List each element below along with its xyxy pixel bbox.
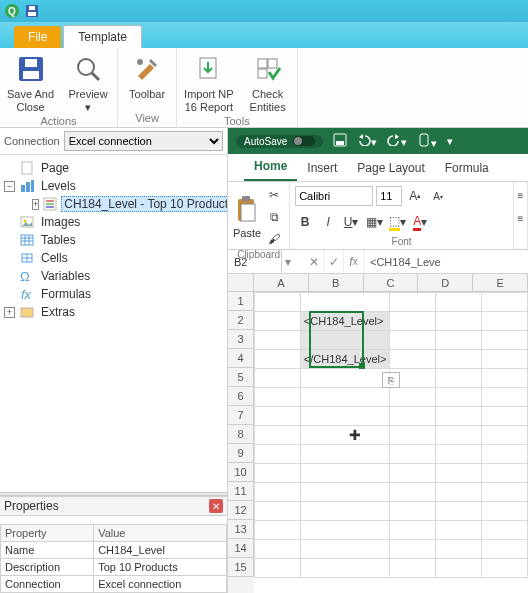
expand-icon[interactable]: +	[4, 307, 15, 318]
row-header[interactable]: 11	[228, 482, 254, 501]
excel-tab-pagelayout[interactable]: Page Layout	[347, 156, 434, 181]
cell-b4[interactable]: </CH184_Level>	[300, 350, 390, 369]
svg-text:Q: Q	[8, 6, 16, 17]
properties-close-button[interactable]: ✕	[209, 499, 223, 513]
col-header-b[interactable]: B	[309, 274, 364, 292]
row-header[interactable]: 3	[228, 330, 254, 349]
tree-images[interactable]: Images	[4, 213, 225, 231]
prop-row-desc-val[interactable]: Top 10 Products	[94, 559, 227, 576]
italic-button[interactable]: I	[318, 212, 338, 232]
fill-color-button[interactable]: ⬚▾	[387, 212, 407, 232]
paste-options-smarttag[interactable]: ⎘	[382, 372, 400, 388]
col-header-c[interactable]: C	[364, 274, 419, 292]
bold-button[interactable]: B	[295, 212, 315, 232]
svg-rect-15	[22, 162, 32, 174]
row-header[interactable]: 8	[228, 425, 254, 444]
border-button[interactable]: ▦▾	[364, 212, 384, 232]
tree-tables[interactable]: Tables	[4, 231, 225, 249]
import-np-button[interactable]: Import NP 16 Report	[181, 51, 237, 115]
col-header-d[interactable]: D	[418, 274, 473, 292]
row-header[interactable]: 7	[228, 406, 254, 425]
paste-button[interactable]: Paste	[233, 195, 261, 239]
excel-save-icon[interactable]	[333, 133, 347, 149]
row-header[interactable]: 13	[228, 520, 254, 539]
worksheet-grid[interactable]: A B C D E 1 2 3 4 5 6 7 8 9 10 11 12 13 …	[228, 274, 528, 593]
tree-cells[interactable]: Cells	[4, 249, 225, 267]
row-header[interactable]: 14	[228, 539, 254, 558]
prop-row-conn-val[interactable]: Excel connection	[94, 576, 227, 593]
format-painter-button[interactable]: 🖌	[264, 229, 284, 249]
excel-undo-icon[interactable]: ▾	[357, 134, 377, 149]
align-top-button[interactable]: ≡	[511, 185, 529, 205]
select-all-button[interactable]	[228, 274, 254, 292]
svg-rect-40	[242, 196, 250, 201]
cell-cursor-icon: ✚	[349, 427, 361, 443]
cell-b3[interactable]	[300, 331, 390, 350]
excel-tab-formulas[interactable]: Formula	[435, 156, 499, 181]
svg-text:fx: fx	[21, 287, 32, 301]
tree-formulas[interactable]: fxFormulas	[4, 285, 225, 303]
copy-button[interactable]: ⧉	[264, 207, 284, 227]
excel-customize-icon[interactable]: ▾	[447, 135, 453, 148]
tree-level-ch184[interactable]: +CH184_Level - Top 10 Products	[32, 195, 225, 213]
font-name-input[interactable]	[295, 186, 373, 206]
row-header[interactable]: 9	[228, 444, 254, 463]
prop-row-name-val[interactable]: CH184_Level	[94, 542, 227, 559]
tree-page[interactable]: Page	[4, 159, 225, 177]
row-header[interactable]: 6	[228, 387, 254, 406]
formula-bar: B2 ▾ ✕ ✓ fx <CH184_Leve	[228, 250, 528, 274]
svg-rect-6	[23, 71, 39, 79]
ribbon-group-tools: Tools	[181, 115, 293, 128]
connection-label: Connection	[4, 135, 60, 147]
quick-save-icon[interactable]	[24, 3, 40, 19]
svg-text:Ω: Ω	[20, 269, 30, 283]
svg-rect-7	[25, 59, 37, 67]
excel-tab-insert[interactable]: Insert	[297, 156, 347, 181]
svg-rect-25	[21, 235, 33, 245]
underline-button[interactable]: U▾	[341, 212, 361, 232]
excel-tab-home[interactable]: Home	[244, 154, 297, 181]
row-header[interactable]: 5	[228, 368, 254, 387]
ribbon-group-actions: Actions	[4, 115, 113, 128]
col-header-a[interactable]: A	[254, 274, 309, 292]
tab-template[interactable]: Template	[63, 25, 142, 48]
formula-enter-button[interactable]: ✓	[324, 250, 344, 273]
row-header[interactable]: 12	[228, 501, 254, 520]
row-header[interactable]: 10	[228, 463, 254, 482]
row-header[interactable]: 2	[228, 311, 254, 330]
svg-rect-16	[21, 185, 25, 192]
insert-function-button[interactable]: fx	[344, 250, 364, 273]
tree-variables[interactable]: ΩVariables	[4, 267, 225, 285]
tab-file[interactable]: File	[14, 26, 61, 48]
collapse-icon[interactable]: −	[4, 181, 15, 192]
excel-panel: AutoSave ▾ ▾ ▾ ▾ Home Insert Page Layout…	[228, 128, 528, 593]
excel-redo-icon[interactable]: ▾	[387, 134, 407, 149]
svg-line-9	[92, 73, 99, 80]
toolbar-button[interactable]: Toolbar	[122, 51, 172, 112]
autosave-toggle[interactable]: AutoSave	[236, 135, 323, 148]
preview-button[interactable]: Preview▾	[63, 51, 113, 115]
font-color-button[interactable]: A▾	[410, 212, 430, 232]
row-header[interactable]: 1	[228, 292, 254, 311]
shrink-font-button[interactable]: A▾	[428, 186, 448, 206]
connection-select[interactable]: Excel connection	[64, 131, 223, 151]
formula-input[interactable]: <CH184_Leve	[364, 256, 528, 268]
name-box[interactable]: B2	[228, 250, 282, 273]
check-entities-button[interactable]: Check Entities	[243, 51, 293, 115]
entity-tree[interactable]: Page −Levels +CH184_Level - Top 10 Produ…	[0, 155, 227, 492]
tree-levels[interactable]: −Levels	[4, 177, 225, 195]
cut-button[interactable]: ✂	[264, 185, 284, 205]
tree-extras[interactable]: +Extras	[4, 303, 225, 321]
excel-touchmode-icon[interactable]: ▾	[417, 133, 437, 150]
cell-b2[interactable]: <CH184_Level>	[300, 312, 390, 331]
align-bottom-button[interactable]: ≡	[511, 208, 529, 228]
save-and-close-button[interactable]: Save And Close	[4, 51, 57, 115]
row-header[interactable]: 15	[228, 558, 254, 577]
row-header[interactable]: 4	[228, 349, 254, 368]
formula-cancel-button[interactable]: ✕	[304, 250, 324, 273]
grow-font-button[interactable]: A▴	[405, 186, 425, 206]
expand-icon[interactable]: +	[32, 199, 39, 210]
check-icon	[252, 53, 284, 85]
col-header-e[interactable]: E	[473, 274, 528, 292]
font-size-input[interactable]	[376, 186, 402, 206]
